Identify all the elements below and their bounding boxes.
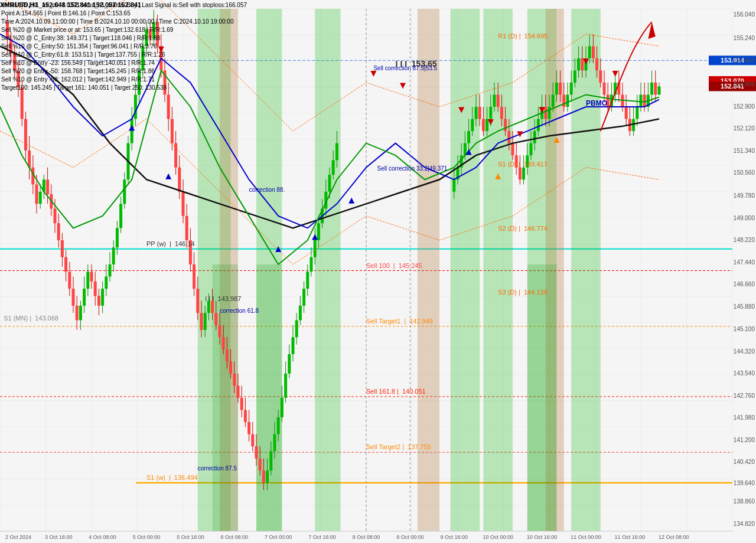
right-price-13: 145.880 — [734, 303, 755, 310]
x-label-2: 4 Oct 08:00 — [89, 534, 116, 540]
info-line-9: Sell %10 @ Entry -88: 162.012 | Target:1… — [1, 76, 247, 84]
x-label-11: 10 Oct 00:00 — [483, 534, 513, 540]
x-label-0: 2 Oct 2024 — [5, 534, 31, 540]
info-line-2: Time A:2024.10.09 11:00:00 | Time B:2024… — [1, 18, 247, 26]
right-price-16: 143.540 — [734, 369, 755, 376]
right-price-14: 145.100 — [734, 325, 755, 332]
right-price-22: 138.860 — [734, 498, 755, 504]
x-label-8: 8 Oct 08:00 — [353, 534, 380, 540]
right-price-9: 149.000 — [734, 215, 755, 221]
info-line-10: Target100: 145.245 | Target 161: 140.051… — [1, 84, 247, 92]
right-price-7: 150.560 — [734, 169, 755, 176]
right-price-19: 141.200 — [734, 437, 755, 443]
x-label-6: 7 Oct 00:00 — [265, 534, 292, 540]
right-price-2: 154.460 — [734, 57, 755, 63]
right-price-8: 149.780 — [734, 192, 755, 198]
right-price-12: 146.660 — [734, 281, 755, 287]
info-panel: tema1476 | h1_atr_c0: 1.0371 tema_h1_sta… — [1, 1, 247, 92]
right-price-5: 152.120 — [734, 125, 755, 131]
right-price-4: 152.900 — [734, 103, 755, 109]
info-line-7: Sell %10 @ Entry -23: 156.549 | Target:1… — [1, 59, 247, 67]
info-line-4: Sell %20 @ C_Entry:38: 149.371 | Target:… — [1, 34, 247, 42]
right-price-10: 148.220 — [734, 237, 755, 243]
info-line-8: Sell %20 @ Entry -50: 158.768 | Target:1… — [1, 67, 247, 76]
info-line-1: Point A:154.565 | Point B:146.16 | Point… — [1, 9, 247, 18]
x-label-5: 6 Oct 08:00 — [221, 534, 249, 540]
info-line-6: Sell %10 @ C_Entry:61.8: 153.513 | Targe… — [1, 51, 247, 59]
info-line-3: Sell %20 @ Market price or at: 153.65 | … — [1, 26, 247, 34]
right-price-20: 140.420 — [734, 459, 755, 465]
info-line-5: Sell %10 @ C_Entry:50: 151.354 | Target:… — [1, 42, 247, 51]
right-price-17: 142.760 — [734, 392, 755, 398]
x-label-1: 3 Oct 16:00 — [45, 534, 73, 540]
x-label-9: 9 Oct 00:00 — [396, 534, 424, 540]
x-label-4: 5 Oct 16:00 — [177, 534, 204, 540]
x-label-14: 11 Oct 16:00 — [615, 534, 646, 540]
x-label-13: 11 Oct 00:00 — [571, 534, 601, 540]
right-price-3: 153.680 — [734, 80, 755, 87]
right-price-15: 144.320 — [734, 348, 755, 354]
right-price-0: 156.040 — [734, 11, 755, 17]
x-label-7: 7 Oct 16:00 — [308, 534, 336, 540]
x-label-10: 9 Oct 16:00 — [441, 534, 468, 540]
x-label-3: 5 Oct 00:00 — [133, 534, 161, 540]
right-price-11: 147.440 — [734, 259, 755, 266]
right-price-23: 134.820 — [734, 520, 755, 526]
x-label-15: 12 Oct 08:00 — [659, 534, 689, 540]
right-price-21: 139.640 — [734, 479, 755, 486]
right-price-1: 155.240 — [734, 34, 755, 41]
info-line-0: tema1476 | h1_atr_c0: 1.0371 tema_h1_sta… — [1, 1, 247, 9]
x-label-12: 10 Oct 16:00 — [527, 534, 558, 540]
right-price-18: 141.980 — [734, 414, 755, 421]
right-price-6: 151.340 — [734, 147, 755, 153]
chart-container: tema1476 | h1_atr_c0: 1.0371 tema_h1_sta… — [0, 0, 756, 543]
